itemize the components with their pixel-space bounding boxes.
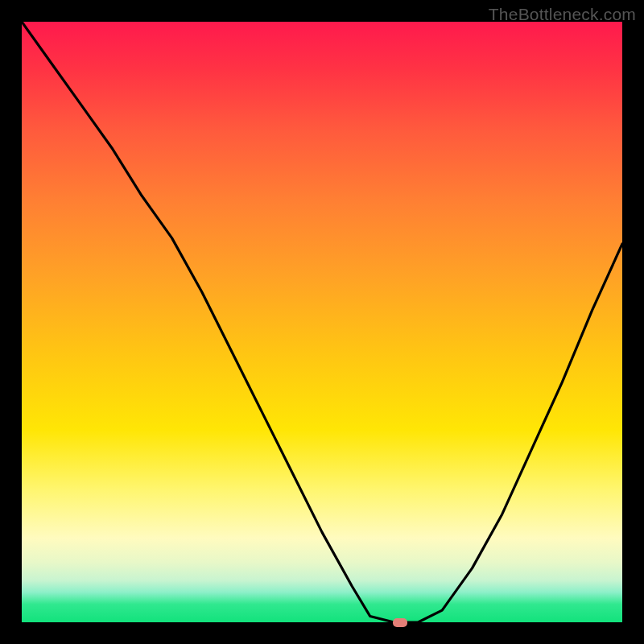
bottleneck-curve [22, 22, 622, 622]
optimum-marker [393, 618, 407, 627]
curve-path [22, 22, 622, 622]
